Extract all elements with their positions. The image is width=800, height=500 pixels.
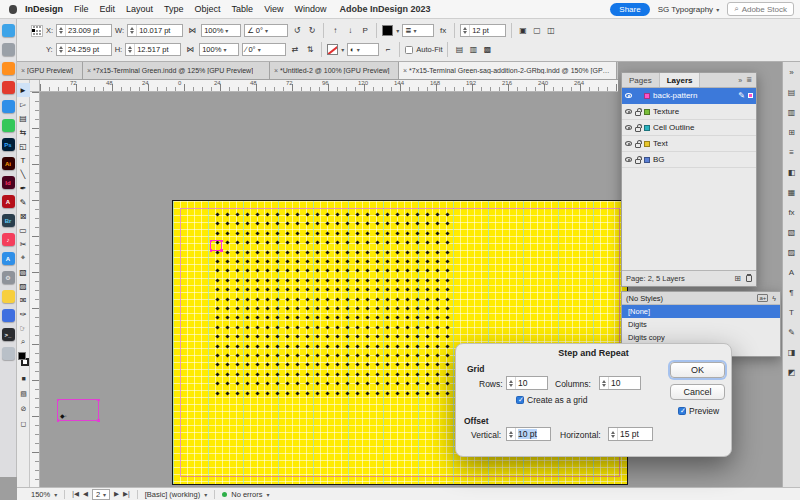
h-field[interactable]: 12.517 pt: [125, 43, 181, 56]
quick-apply-icon[interactable]: ϟ: [772, 295, 776, 302]
direct-selection-tool[interactable]: ▻: [17, 97, 30, 111]
layer-row-texture[interactable]: Texture: [622, 104, 756, 120]
dock-icon-system-settings[interactable]: ⚙: [2, 271, 15, 284]
dock-icon-mail[interactable]: [2, 100, 15, 113]
menu-view[interactable]: View: [264, 4, 283, 14]
ruler-origin-corner[interactable]: [30, 80, 40, 92]
flip-horizontal-button[interactable]: ⇄: [289, 43, 301, 56]
caret-icon[interactable]: ▾: [396, 27, 399, 34]
rotation-angle-field[interactable]: ∠0°▾: [244, 24, 288, 37]
preflight-status[interactable]: No errors: [231, 490, 262, 499]
tab-close-icon[interactable]: ×: [87, 67, 91, 74]
frame-fitting-options-icon[interactable]: ▩: [481, 43, 493, 56]
caret-icon[interactable]: ▾: [204, 491, 207, 498]
caret-icon[interactable]: ▾: [225, 27, 228, 34]
stepper-icon[interactable]: [59, 25, 66, 36]
gradient-swatch-tool[interactable]: ▧: [17, 265, 30, 279]
dock-icon-acrobat[interactable]: A: [2, 195, 15, 208]
rectangle-frame-tool[interactable]: ⊠: [17, 209, 30, 223]
effects-panel-icon[interactable]: ◩: [785, 366, 799, 379]
ruler-horizontal[interactable]: 724824024487296120144168192216240264: [40, 80, 618, 92]
dock-icon-terminal[interactable]: >_: [2, 328, 15, 341]
tab-layers[interactable]: Layers: [660, 73, 701, 87]
menu-layout[interactable]: Layout: [126, 4, 153, 14]
stepper-icon[interactable]: [463, 25, 470, 36]
collapse-panels-icon[interactable]: »: [785, 66, 799, 79]
align-panel-icon[interactable]: A: [785, 266, 799, 279]
paragraph-panel-icon[interactable]: ¶: [785, 286, 799, 299]
checkbox-icon[interactable]: [516, 396, 524, 404]
ok-button[interactable]: OK: [670, 362, 725, 378]
visibility-eye-icon[interactable]: [625, 109, 632, 114]
layer-row-bg[interactable]: BG: [622, 152, 756, 168]
auto-fit-checkbox[interactable]: [405, 46, 413, 54]
dock-icon-messages[interactable]: [2, 119, 15, 132]
scale-y-field[interactable]: 100%▾: [199, 43, 239, 56]
workspace-switcher[interactable]: SG Typography▾: [658, 5, 719, 14]
apply-fill-button[interactable]: ■: [18, 372, 30, 385]
fill-swatch[interactable]: [382, 25, 393, 36]
rotate-cw-button[interactable]: ↻: [306, 24, 318, 37]
new-style-icon[interactable]: a+: [757, 294, 768, 302]
stepper-icon[interactable]: [602, 377, 609, 389]
glyphs-panel-icon[interactable]: ✎: [785, 326, 799, 339]
doc-tab-3[interactable]: ×*Untitled-2 @ 100% [GPU Preview]: [270, 62, 399, 79]
tab-close-icon[interactable]: ×: [274, 67, 278, 74]
columns-field[interactable]: 10: [599, 376, 641, 390]
menu-indesign[interactable]: InDesign: [25, 4, 63, 14]
selection-tool[interactable]: ►: [17, 83, 30, 97]
dock-icon-music[interactable]: ♪: [2, 233, 15, 246]
doc-tab-1[interactable]: ×[GPU Preview]: [17, 62, 83, 79]
vertical-field[interactable]: 10 pt: [506, 427, 551, 441]
hand-tool[interactable]: ☞: [17, 321, 30, 335]
menu-window[interactable]: Window: [294, 4, 326, 14]
dock-icon-app-store[interactable]: A: [2, 252, 15, 265]
panel-menu-icon[interactable]: ≣: [746, 76, 752, 84]
tab-close-icon[interactable]: ×: [21, 67, 25, 74]
page-number-field[interactable]: 2▾: [92, 489, 110, 500]
stroke-none-swatch[interactable]: [327, 44, 338, 55]
line-tool[interactable]: ╲: [17, 167, 30, 181]
fit-content-proportionally-icon[interactable]: ▢: [531, 24, 543, 37]
pages-panel-icon[interactable]: ▤: [785, 86, 799, 99]
dock-icon-files[interactable]: [2, 309, 15, 322]
opacity-field[interactable]: ◐▾: [347, 43, 379, 56]
flip-vertical-button[interactable]: ⇅: [304, 43, 316, 56]
horizontal-field[interactable]: 15 pt: [608, 427, 653, 441]
center-content-icon[interactable]: ◫: [545, 24, 557, 37]
lock-icon[interactable]: [635, 111, 641, 116]
checkbox-icon[interactable]: [678, 407, 686, 415]
first-page-button[interactable]: |◀: [72, 490, 79, 498]
dock-icon-photoshop[interactable]: Ps: [2, 138, 15, 151]
caret-icon[interactable]: ▾: [265, 27, 268, 34]
dock-icon-bridge[interactable]: Br: [2, 214, 15, 227]
visibility-eye-icon[interactable]: [625, 93, 632, 98]
scale-x-field[interactable]: 100%▾: [201, 24, 241, 37]
dock-icon-firefox[interactable]: [2, 62, 15, 75]
pen-tool[interactable]: ✒: [17, 181, 30, 195]
fill-color-swatch[interactable]: [18, 352, 26, 360]
visibility-eye-icon[interactable]: [625, 125, 632, 130]
new-layer-icon[interactable]: ⊞: [734, 274, 741, 283]
layers-panel-icon[interactable]: ▥: [785, 106, 799, 119]
paragraph-direction-icon[interactable]: P: [359, 24, 371, 37]
links-panel-icon[interactable]: ⊞: [785, 126, 799, 139]
reference-point-locator[interactable]: [31, 25, 43, 37]
page-tool[interactable]: ▤: [17, 111, 30, 125]
create-as-grid-checkbox[interactable]: Create as a grid: [516, 395, 587, 405]
stepper-icon[interactable]: [611, 428, 618, 440]
select-content-button[interactable]: ↓: [344, 24, 356, 37]
tab-pages[interactable]: Pages: [622, 73, 660, 87]
shear-angle-field[interactable]: ∕0°▾: [242, 43, 286, 56]
apply-none-button[interactable]: ⊘: [18, 402, 30, 415]
rectangle-tool[interactable]: ▭: [17, 223, 30, 237]
preflight-profile[interactable]: [Basic] (working): [145, 490, 200, 499]
normal-view-mode-button[interactable]: ◻: [18, 417, 30, 430]
gradient-feather-tool[interactable]: ▨: [17, 279, 30, 293]
stepper-icon[interactable]: [128, 44, 135, 55]
dock-icon-finder[interactable]: [2, 24, 15, 37]
dock-icon-notes[interactable]: [2, 290, 15, 303]
fit-content-to-frame-icon[interactable]: ▥: [467, 43, 479, 56]
stroke-panel-icon[interactable]: ≡: [785, 146, 799, 159]
style-row-digits[interactable]: Digits: [622, 318, 780, 331]
